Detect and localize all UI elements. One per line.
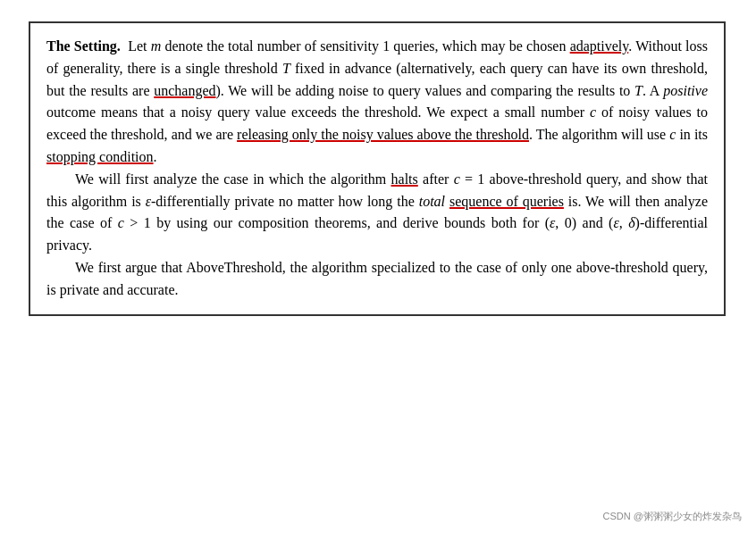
var-c2: c <box>669 127 676 142</box>
setting-label: The Setting. <box>46 38 121 54</box>
var-T2: T <box>634 83 643 98</box>
var-c4: c <box>118 215 124 230</box>
releasing-text: releasing only the noisy values above th… <box>237 127 529 142</box>
epsilon1: ε <box>146 194 151 209</box>
paragraph-abovethreshold: We first argue that AboveThreshold, the … <box>46 257 708 302</box>
watermark: CSDN @粥粥粥少女的炸发杂鸟 <box>603 509 742 524</box>
epsilon3: ε <box>613 215 618 230</box>
unchanged-text: unchanged <box>154 83 215 98</box>
halts-text: halts <box>391 171 418 187</box>
epsilon2: ε <box>550 215 555 230</box>
var-c3: c <box>454 171 460 187</box>
paragraph-analyze: We will first analyze the case in which … <box>46 169 708 257</box>
adaptively-text: adaptively <box>570 38 629 54</box>
positive-text: positive <box>663 83 708 98</box>
main-content: The Setting. Let m denote the total numb… <box>29 21 726 316</box>
stopping-condition-text: stopping condition <box>46 149 154 164</box>
total-text: total <box>419 194 445 209</box>
paragraph-setting: The Setting. Let m denote the total numb… <box>46 36 708 169</box>
delta: δ <box>628 215 634 230</box>
var-T1: T <box>282 61 290 76</box>
var-c1: c <box>590 104 596 120</box>
sequence-queries-text: sequence of queries <box>449 194 564 209</box>
var-m: m <box>151 38 162 54</box>
